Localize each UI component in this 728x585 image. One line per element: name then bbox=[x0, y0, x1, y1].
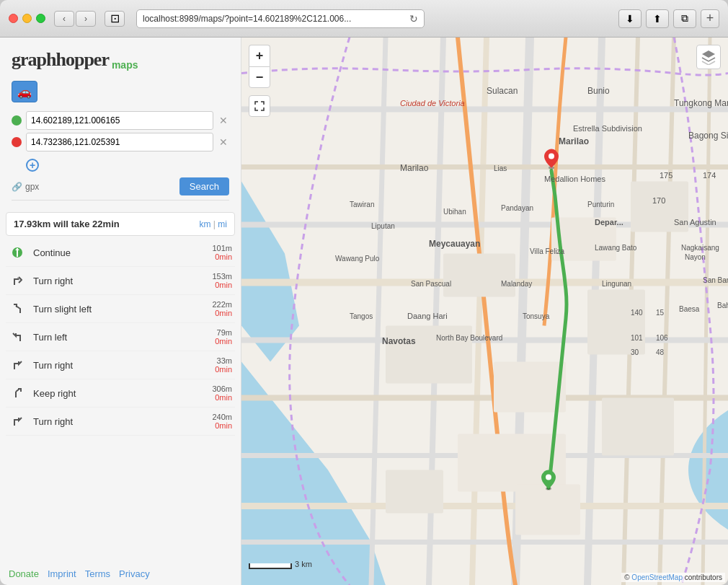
close-button[interactable] bbox=[9, 14, 18, 23]
destination-input[interactable] bbox=[26, 133, 213, 151]
zoom-out-button[interactable]: − bbox=[249, 66, 270, 88]
nav-buttons: ‹ › bbox=[54, 11, 96, 27]
svg-text:North Bay Boulevard: North Bay Boulevard bbox=[436, 334, 502, 342]
main-content: graphhopper maps 🚗 ✕ ✕ bbox=[0, 38, 728, 585]
svg-text:101: 101 bbox=[631, 334, 643, 342]
logo-maps: maps bbox=[112, 59, 138, 71]
direction-dist-2: 222m 0min bbox=[212, 300, 232, 317]
add-waypoint-button[interactable]: + bbox=[26, 159, 39, 172]
svg-text:30: 30 bbox=[631, 348, 639, 356]
direction-text-6: Turn right bbox=[33, 416, 205, 427]
svg-text:Marilao: Marilao bbox=[400, 163, 429, 173]
map-zoom-controls: + − bbox=[249, 45, 270, 88]
duplicate-button[interactable]: ⧉ bbox=[673, 9, 696, 28]
direction-item: Keep right 306m 0min bbox=[6, 379, 235, 408]
back-button[interactable]: ‹ bbox=[54, 11, 74, 27]
turn-slight-left-icon bbox=[9, 300, 26, 317]
add-tab-button[interactable]: + bbox=[701, 9, 719, 28]
svg-text:Liputan: Liputan bbox=[371, 222, 395, 230]
svg-rect-27 bbox=[386, 470, 443, 514]
svg-text:Lingunan: Lingunan bbox=[602, 280, 631, 288]
svg-text:Medallion Homes: Medallion Homes bbox=[544, 175, 605, 183]
svg-text:Malanday: Malanday bbox=[501, 280, 532, 288]
forward-button[interactable]: › bbox=[76, 11, 96, 27]
logo-text: graphhopper bbox=[12, 49, 109, 71]
svg-text:Baesa: Baesa bbox=[679, 305, 700, 313]
svg-text:48
      San Francisco
      D: 48 San Francisco Del Monte Paltok Calooc… bbox=[656, 348, 665, 356]
map-area[interactable]: Ciudad de Victoria Sulacan Bunio Tungkon… bbox=[241, 38, 728, 585]
svg-point-36 bbox=[546, 475, 551, 480]
tab-view-button[interactable]: ⊡ bbox=[105, 11, 125, 27]
origin-input[interactable] bbox=[26, 111, 213, 130]
route-summary: 17.93km will take 22min km | mi bbox=[6, 212, 235, 236]
svg-rect-28 bbox=[602, 398, 674, 456]
zoom-in-button[interactable]: + bbox=[249, 45, 270, 66]
direction-item: Turn slight left 222m 0min bbox=[6, 295, 235, 323]
direction-item: Turn left 79m 0min bbox=[6, 323, 235, 351]
unit-toggle[interactable]: km | mi bbox=[200, 219, 227, 229]
direction-text-3: Turn left bbox=[33, 332, 208, 343]
direction-dist-1: 153m 0min bbox=[212, 272, 232, 289]
maximize-button[interactable] bbox=[36, 14, 45, 23]
svg-rect-24 bbox=[494, 362, 566, 413]
layers-button[interactable] bbox=[696, 45, 721, 69]
direction-text-1: Turn right bbox=[33, 276, 205, 286]
svg-text:Marilao: Marilao bbox=[559, 136, 589, 146]
svg-text:Villa Feliza: Villa Feliza bbox=[530, 247, 565, 255]
terms-link[interactable]: Terms bbox=[85, 568, 110, 579]
fullscreen-button[interactable] bbox=[249, 95, 270, 117]
osm-link[interactable]: OpenStreetMap bbox=[631, 573, 683, 581]
scale-label: 3 km bbox=[295, 560, 312, 568]
svg-text:Sulacan: Sulacan bbox=[487, 86, 518, 96]
map-attribution: © OpenStreetMap contributors bbox=[621, 573, 725, 582]
direction-text-2: Turn slight left bbox=[33, 304, 205, 315]
url-text: localhost:8989/maps/?point=14.602189%2C1… bbox=[143, 14, 407, 24]
origin-dot bbox=[12, 115, 22, 126]
minimize-button[interactable] bbox=[22, 14, 32, 23]
unit-km[interactable]: km bbox=[200, 219, 211, 229]
directions-list[interactable]: Continue 101m 0min Turn right 153m 0min bbox=[0, 239, 241, 563]
scale-bar bbox=[249, 563, 292, 569]
svg-text:Bagong Silang: Bagong Silang bbox=[688, 131, 728, 141]
svg-text:Wawang Pulo: Wawang Pulo bbox=[335, 255, 380, 263]
titlebar: ‹ › ⊡ localhost:8989/maps/?point=14.6021… bbox=[0, 0, 728, 38]
toolbar-right: ⬇ ⬆ ⧉ + bbox=[618, 9, 719, 28]
direction-dist-3: 79m 0min bbox=[215, 328, 232, 346]
svg-text:Tungkong Mangga: Tungkong Mangga bbox=[674, 98, 728, 108]
search-button[interactable]: Search bbox=[179, 177, 229, 195]
svg-text:Pandayan: Pandayan bbox=[501, 204, 533, 212]
attribution-text: contributors bbox=[685, 573, 722, 581]
direction-item: Turn right 153m 0min bbox=[6, 267, 235, 295]
refresh-button[interactable]: ↻ bbox=[409, 13, 418, 25]
turn-right-icon-6 bbox=[9, 413, 26, 430]
turn-right-icon-4 bbox=[9, 356, 26, 374]
privacy-link[interactable]: Privacy bbox=[119, 568, 150, 579]
destination-row: ✕ bbox=[12, 133, 229, 151]
turn-right-icon-1 bbox=[9, 272, 26, 289]
direction-text-4: Turn right bbox=[33, 360, 208, 371]
imprint-link[interactable]: Imprint bbox=[48, 568, 76, 579]
donate-link[interactable]: Donate bbox=[9, 568, 39, 579]
url-bar[interactable]: localhost:8989/maps/?point=14.602189%2C1… bbox=[136, 9, 425, 28]
sidebar: graphhopper maps 🚗 ✕ ✕ bbox=[0, 38, 241, 585]
destination-clear-button[interactable]: ✕ bbox=[218, 136, 229, 148]
waypoint-inputs: ✕ ✕ bbox=[12, 111, 229, 151]
svg-point-34 bbox=[549, 154, 554, 159]
map-scale: 3 km bbox=[249, 560, 312, 569]
unit-mi[interactable]: mi bbox=[218, 219, 227, 229]
svg-text:Ciudad de Victoria: Ciudad de Victoria bbox=[400, 99, 465, 107]
logo-container: graphhopper maps bbox=[12, 49, 229, 71]
direction-text-0: Continue bbox=[33, 247, 205, 258]
share-button[interactable]: ⬆ bbox=[646, 9, 669, 28]
car-transport-button[interactable]: 🚗 bbox=[12, 81, 37, 102]
svg-text:Nagkaisang: Nagkaisang bbox=[681, 244, 719, 252]
transport-icons: 🚗 bbox=[12, 81, 229, 102]
origin-clear-button[interactable]: ✕ bbox=[218, 115, 229, 126]
svg-text:Navotas: Navotas bbox=[382, 336, 416, 346]
traffic-lights bbox=[9, 14, 45, 23]
svg-rect-29 bbox=[515, 485, 580, 535]
download-button[interactable]: ⬇ bbox=[618, 9, 642, 28]
gpx-row: 🔗 gpx Search bbox=[12, 173, 229, 201]
svg-text:Bahay Tayo: Bahay Tayo bbox=[717, 302, 728, 309]
direction-dist-4: 33m 0min bbox=[215, 356, 232, 374]
